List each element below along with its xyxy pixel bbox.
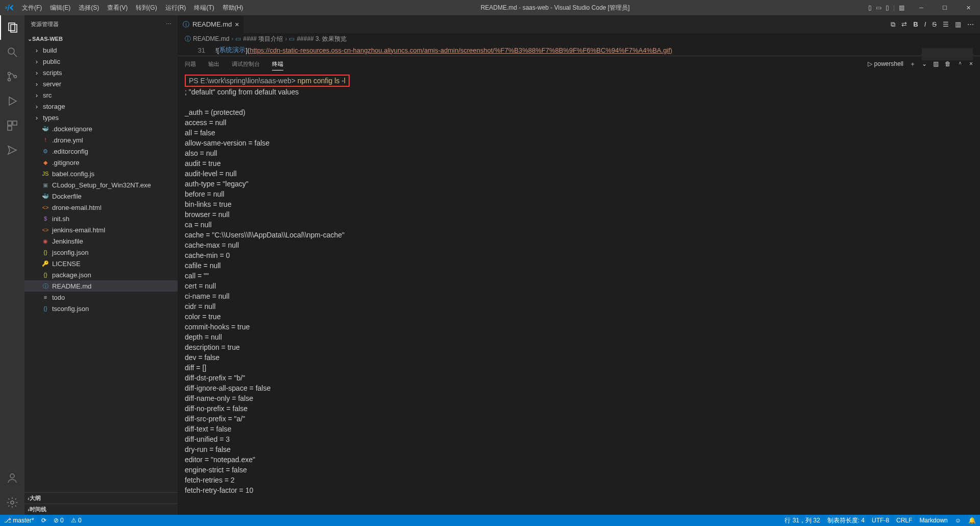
panel-tab-problems[interactable]: 问题 — [185, 60, 196, 68]
panel-tab-terminal[interactable]: 终端 — [272, 60, 283, 70]
status-bell-icon[interactable]: 🔔 — [968, 517, 976, 524]
status-warnings[interactable]: ⚠ 0 — [71, 517, 82, 524]
file-jenkins-email.html[interactable]: <>jenkins-email.html — [24, 224, 178, 235]
folder-scripts[interactable]: ›scripts — [24, 67, 178, 78]
file-.editorconfig[interactable]: ⚙.editorconfig — [24, 146, 178, 157]
strikethrough-icon[interactable]: S — [932, 20, 937, 28]
split-editor-icon[interactable]: ▥ — [955, 20, 961, 28]
editor-tab-readme[interactable]: ⓘ README.md × — [178, 15, 244, 33]
file-Jenkinsfile[interactable]: ◉Jenkinsfile — [24, 235, 178, 247]
file-drone-email.html[interactable]: <>drone-email.html — [24, 202, 178, 213]
folder-build[interactable]: ›build — [24, 44, 178, 56]
italic-icon[interactable]: I — [924, 20, 926, 28]
new-terminal-icon[interactable]: ＋ — [910, 60, 916, 68]
file-LICENSE[interactable]: 🔑LICENSE — [24, 258, 178, 269]
menu-selection[interactable]: 选择(S) — [75, 0, 103, 15]
menu-help[interactable]: 帮助(H) — [218, 0, 248, 15]
terminal-dropdown-icon[interactable]: ⌄ — [922, 60, 927, 67]
explorer-more-icon[interactable]: ⋯ — [166, 21, 172, 28]
status-eol[interactable]: CRLF — [896, 517, 912, 524]
heading-icon: ▭ — [289, 35, 295, 42]
activity-remote[interactable] — [0, 138, 24, 162]
status-sync[interactable]: ⟳ — [41, 517, 46, 524]
menu-edit[interactable]: 编辑(E) — [46, 0, 75, 15]
panel-tab-output[interactable]: 输出 — [208, 60, 219, 68]
js-icon: JS — [41, 171, 50, 177]
svg-marker-7 — [9, 97, 16, 105]
status-encoding[interactable]: UTF-8 — [872, 517, 889, 524]
file-.gitignore[interactable]: ◆.gitignore — [24, 157, 178, 168]
info-icon: ⓘ — [41, 282, 50, 290]
svg-point-2 — [8, 48, 14, 54]
menu-view[interactable]: 查看(V) — [103, 0, 132, 15]
svg-point-6 — [14, 76, 17, 78]
breadcrumb[interactable]: ⓘ README.md › ▭ #### 项目介绍 › ▭ ##### 3. 效… — [178, 33, 980, 44]
activity-scm[interactable] — [0, 64, 24, 89]
status-tabsize[interactable]: 制表符长度: 4 — [827, 516, 865, 525]
open-preview-icon[interactable]: ⧉ — [891, 20, 895, 29]
menu-run[interactable]: 运行(R) — [161, 0, 190, 15]
kill-terminal-icon[interactable]: 🗑 — [945, 60, 951, 67]
folder-storage[interactable]: ›storage — [24, 101, 178, 112]
folder-public[interactable]: ›public — [24, 56, 178, 67]
folder-src[interactable]: ›src — [24, 89, 178, 101]
file-Dockerfile[interactable]: 🐳Dockerfile — [24, 190, 178, 202]
file-README.md[interactable]: ⓘREADME.md — [24, 280, 178, 292]
menu-go[interactable]: 转到(G) — [132, 0, 161, 15]
yml-icon: ! — [41, 137, 50, 143]
terminal-shell-selector[interactable]: ▷ powershell — [868, 60, 903, 67]
activity-settings[interactable] — [0, 490, 24, 515]
exe-icon: ▣ — [41, 182, 50, 188]
panel-tab-debug[interactable]: 调试控制台 — [232, 60, 260, 68]
activity-extensions[interactable] — [0, 113, 24, 138]
timeline-section[interactable]: › 时间线 — [24, 504, 178, 515]
outline-section[interactable]: › 大纲 — [24, 492, 178, 504]
file-tsconfig.json[interactable]: {}tsconfig.json — [24, 303, 178, 314]
window-minimize-button[interactable]: ─ — [910, 0, 933, 15]
status-branch[interactable]: ⎇ master* — [4, 517, 34, 524]
file-babel.config.js[interactable]: JSbabel.config.js — [24, 168, 178, 179]
menu-file[interactable]: 文件(F) — [18, 0, 46, 15]
file-jsconfig.json[interactable]: {}jsconfig.json — [24, 247, 178, 258]
status-feedback-icon[interactable]: ☺ — [955, 517, 961, 524]
activity-account[interactable] — [0, 466, 24, 490]
file-.dockerignore[interactable]: 🐳.dockerignore — [24, 123, 178, 134]
chevron-right-icon: › — [33, 46, 41, 54]
menu-terminal[interactable]: 终端(T) — [190, 0, 218, 15]
workspace-root[interactable]: ⌄ SAAS-WEB — [24, 33, 178, 44]
sidebar-explorer: 资源管理器 ⋯ ⌄ SAAS-WEB ›build›public›scripts… — [24, 15, 178, 515]
editor-line[interactable]: 31 ![系统演示](https://cdn-static-resources.… — [178, 44, 980, 56]
layout-customize-icon[interactable]: ▥ — [899, 4, 904, 11]
status-language[interactable]: Markdown — [919, 517, 947, 524]
activity-explorer[interactable] — [0, 15, 24, 40]
layout-panel-bottom-icon[interactable]: ▭ — [876, 4, 881, 11]
close-icon[interactable]: × — [235, 20, 239, 29]
cert-icon: 🔑 — [41, 260, 50, 267]
minimap[interactable] — [922, 48, 973, 60]
layout-panel-left-icon[interactable]: ▯ — [868, 4, 872, 11]
file-.drone.yml[interactable]: !.drone.yml — [24, 134, 178, 146]
compare-icon[interactable]: ⇄ — [901, 20, 907, 28]
terminal-content[interactable]: PS E:\work\spring\lion\saas-web> npm con… — [178, 71, 980, 515]
activity-run-debug[interactable] — [0, 89, 24, 113]
close-panel-icon[interactable]: × — [969, 60, 973, 67]
maximize-panel-icon[interactable]: ＾ — [957, 60, 963, 68]
more-actions-icon[interactable]: ⋯ — [967, 20, 974, 28]
file-package.json[interactable]: {}package.json — [24, 269, 178, 280]
status-errors[interactable]: ⊘ 0 — [54, 517, 64, 524]
split-terminal-icon[interactable]: ▥ — [933, 60, 939, 67]
bold-icon[interactable]: B — [913, 20, 918, 28]
tab-label: README.md — [192, 20, 232, 28]
chevron-right-icon: › — [33, 103, 41, 110]
file-CLodop_Setup_for_Win32NT.exe[interactable]: ▣CLodop_Setup_for_Win32NT.exe — [24, 179, 178, 190]
file-todo[interactable]: ≡todo — [24, 292, 178, 303]
folder-server[interactable]: ›server — [24, 78, 178, 89]
activity-search[interactable] — [0, 40, 24, 64]
folder-types[interactable]: ›types — [24, 112, 178, 123]
window-close-button[interactable]: ✕ — [957, 0, 980, 15]
file-init.sh[interactable]: $init.sh — [24, 213, 178, 224]
status-cursor[interactable]: 行 31，列 32 — [785, 516, 820, 525]
window-maximize-button[interactable]: ☐ — [933, 0, 957, 15]
layout-panel-right-icon[interactable]: ▯ — [886, 4, 889, 11]
list-icon[interactable]: ☰ — [943, 20, 949, 28]
